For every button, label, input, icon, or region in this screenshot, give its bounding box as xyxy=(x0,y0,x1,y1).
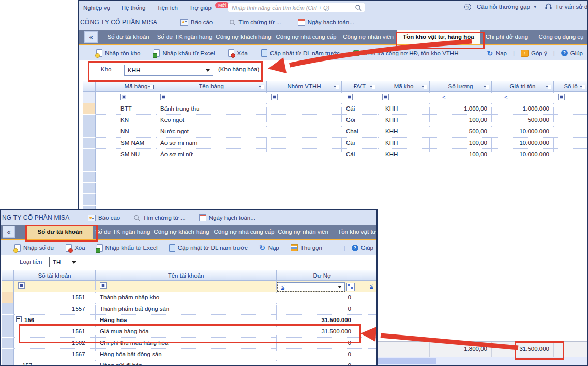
filter-checkbox-icon[interactable] xyxy=(558,94,565,100)
filter-checkbox-icon[interactable] xyxy=(271,94,278,100)
column-header-ten-hang[interactable]: Tên hàng xyxy=(156,81,267,92)
report-button[interactable]: Báo cáo xyxy=(180,19,213,26)
table-row-highlighted[interactable]: 1561 Giá mua hàng hóa 31.500.000 xyxy=(2,326,377,338)
filter-cell-ten-hang[interactable] xyxy=(156,92,267,103)
pin-icon[interactable] xyxy=(261,85,264,89)
chevron-down-icon[interactable]: ▼ xyxy=(533,5,537,9)
filter-grid-icon[interactable] xyxy=(346,283,355,291)
menu-nghiep-vu[interactable]: Nghiệp vụ xyxy=(78,5,116,11)
report-button[interactable]: Báo cáo xyxy=(88,215,120,221)
currency-combo[interactable]: TH xyxy=(49,257,79,267)
table-row[interactable]: SM NAM Áo sơ mi nam Cái KHH 100,00 10.00… xyxy=(83,138,588,149)
filter-checkbox-icon[interactable] xyxy=(100,282,107,289)
tab-cong-no-khach-hang[interactable]: Công nợ khách hàng xyxy=(152,225,211,239)
faq-link[interactable]: Câu hỏi thường gặp xyxy=(477,4,530,10)
tab-cong-cu-dung-cu[interactable]: Công cụ dụng cụ xyxy=(534,30,588,44)
column-header-gia-tri-ton[interactable]: Giá trị tồn xyxy=(492,81,554,92)
filter-cell-dvt[interactable] xyxy=(342,92,378,103)
scrollbar-thumb[interactable] xyxy=(378,358,436,364)
collapse-grid-button[interactable]: Thu gọn xyxy=(291,244,322,251)
column-header-du-no[interactable]: Dư Nợ xyxy=(277,270,368,281)
filter-cell-ma-hang[interactable] xyxy=(116,92,156,103)
menu-he-thong[interactable]: Hệ thống xyxy=(116,5,152,11)
filter-cell-so-luong[interactable]: ≤ xyxy=(430,92,492,103)
column-header-ma-kho[interactable]: Mã kho xyxy=(378,81,430,92)
help-button[interactable]: ?Giúp xyxy=(352,245,373,251)
column-header-so-tai-khoan[interactable]: Số tài khoản xyxy=(14,270,96,281)
filter-cell-so-tai-khoan[interactable] xyxy=(14,281,96,292)
filter-cell-du-no[interactable]: ≤ xyxy=(277,281,368,292)
table-row[interactable]: KN Kẹo ngọt Gói KHH 100,00 500.000 xyxy=(83,115,588,126)
table-row[interactable]: BTT Bánh trung thu Cái KHH 1.000,00 1.00… xyxy=(83,103,588,115)
collapse-sidebar-button[interactable]: « xyxy=(84,31,98,43)
tab-cong-no-nha-cung-cap[interactable]: Công nợ nhà cung cấp xyxy=(273,30,339,44)
tab-chi-phi-do-dang[interactable]: Chi phí dở dang xyxy=(480,30,534,44)
tab-so-du-tai-khoan[interactable]: Số dư tài khoản xyxy=(27,225,93,239)
reload-button[interactable]: ↻Nạp xyxy=(487,50,507,56)
table-row[interactable]: 1557 Thành phẩm bất động sản 0 xyxy=(2,303,377,315)
enter-balance-button[interactable]: Nhập số dư xyxy=(14,244,54,252)
tab-cong-no-khach-hang[interactable]: Công nợ khách hàng xyxy=(214,30,273,44)
column-header-dvt[interactable]: ĐVT xyxy=(342,81,378,92)
column-header-so-lo[interactable]: Số lô xyxy=(554,81,588,92)
find-voucher-button[interactable]: Tìm chứng từ ... xyxy=(229,19,281,26)
column-header-ten-tai-khoan[interactable]: Tên tài khoản xyxy=(96,270,277,281)
filter-cell-nhom-vthh[interactable] xyxy=(267,92,342,103)
filter-cell-gia-tri-ton[interactable]: ≤ xyxy=(492,92,554,103)
check-debt-button[interactable]: ✓Kiểm tra công nợ HĐ, tồn kho VTHH xyxy=(353,50,459,56)
table-row[interactable]: SM NU Áo sơ mi nữ Cái KHH 100,00 10.000.… xyxy=(83,149,588,160)
filter-cell-ma-kho[interactable] xyxy=(378,92,430,103)
filter-le-operator[interactable]: ≤ xyxy=(504,94,507,100)
find-voucher-button[interactable]: Tìm chứng từ ... xyxy=(133,215,186,221)
tab-so-du-tk-ngan-hang[interactable]: Số dư TK ngân hàng xyxy=(155,30,214,44)
table-row[interactable]: 1567 Hàng hóa bất động sản 0 xyxy=(2,349,377,360)
tab-ton-kho-vat-tu-hang-hoa[interactable]: Tồn kho vật tư, hàng hóa xyxy=(397,30,480,44)
table-row[interactable]: 1551 Thành phẩm nhập kho 0 xyxy=(2,292,377,303)
filter-le-operator[interactable]: ≤ xyxy=(442,94,445,100)
warehouse-combo[interactable]: KHH xyxy=(124,65,213,76)
filter-checkbox-icon[interactable] xyxy=(120,94,127,100)
collapse-sidebar-button[interactable]: « xyxy=(3,226,15,238)
reload-button[interactable]: ↻Nạp xyxy=(259,245,279,251)
pin-icon[interactable] xyxy=(582,85,585,89)
tab-so-du-tk-ngan-hang[interactable]: Số dư TK ngân hàng xyxy=(93,225,152,239)
pin-icon[interactable] xyxy=(424,85,427,89)
du-no-filter-combo[interactable]: ≤ xyxy=(278,282,345,291)
collapse-group-icon[interactable] xyxy=(16,316,22,322)
filter-cell-so-lo[interactable] xyxy=(554,92,588,103)
filter-cell-ten-tai-khoan[interactable] xyxy=(96,281,277,292)
posting-date-button[interactable]: Ngày hạch toán... xyxy=(298,19,354,26)
tab-cong-no-nhan-vien[interactable]: Công nợ nhân viên xyxy=(339,30,397,44)
update-prev-year-button[interactable]: Cập nhật từ DL năm trước xyxy=(261,49,340,57)
search-input[interactable] xyxy=(228,3,365,12)
pin-icon[interactable] xyxy=(548,85,551,89)
menu-tien-ich[interactable]: Tiện ích xyxy=(151,5,183,11)
search-icon[interactable] xyxy=(355,4,362,11)
table-row-group[interactable]: 156 Hàng hóa 31.500.000 xyxy=(2,315,377,326)
import-excel-button[interactable]: Nhập khẩu từ Excel xyxy=(154,49,215,57)
posting-date-button[interactable]: Ngày hạch toán... xyxy=(199,214,255,221)
pin-icon[interactable] xyxy=(336,85,339,89)
support-link[interactable]: Tư vấn sử dụng xyxy=(555,4,588,10)
filter-checkbox-icon[interactable] xyxy=(18,282,25,289)
update-prev-year-button[interactable]: Cập nhật từ DL năm trước xyxy=(169,244,248,252)
column-header-nhom-vthh[interactable]: Nhóm VTHH xyxy=(267,81,342,92)
column-header-so-luong[interactable]: Số lượng xyxy=(430,81,492,92)
column-header-ma-hang[interactable]: Mã hàng xyxy=(116,81,156,92)
table-row[interactable]: 1562 Chi phí thu mua hàng hóa 0 xyxy=(2,338,377,349)
delete-button[interactable]: Xóa xyxy=(66,244,85,252)
import-excel-button[interactable]: Nhập khẩu từ Excel xyxy=(97,244,158,252)
feedback-button[interactable]: ↑Góp ý xyxy=(521,50,547,57)
help-button[interactable]: ?Giúp xyxy=(561,50,583,56)
pin-icon[interactable] xyxy=(150,85,154,89)
tab-so-du-tai-khoan[interactable]: Số dư tài khoản xyxy=(101,30,155,44)
tab-cong-no-nhan-vien[interactable]: Công nợ nhân viên xyxy=(277,225,329,239)
table-row[interactable]: NN Nước ngọt Chai KHH 500,00 10.000.000 xyxy=(83,126,588,138)
filter-checkbox-icon[interactable] xyxy=(382,94,389,100)
filter-checkbox-icon[interactable] xyxy=(160,94,167,100)
pin-icon[interactable] xyxy=(486,85,489,89)
tab-ton-kho-vat-tu-hang-hoa[interactable]: Tồn kho vật tư, hàng h xyxy=(329,225,378,239)
delete-button[interactable]: Xóa xyxy=(228,49,247,57)
import-stock-button[interactable]: Nhập tồn kho xyxy=(96,49,140,57)
pin-icon[interactable] xyxy=(372,85,375,89)
